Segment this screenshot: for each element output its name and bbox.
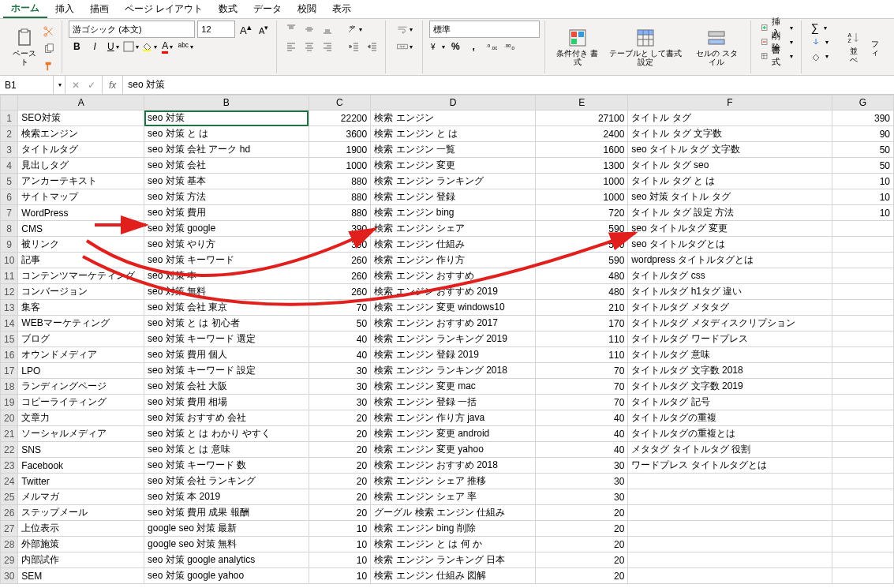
borders-button[interactable]: ▾ — [123, 39, 139, 54]
cell-A17[interactable]: LPO — [18, 363, 144, 379]
cell-D9[interactable]: 検索 エンジン 仕組み — [371, 237, 536, 253]
font-size-select[interactable] — [197, 21, 235, 38]
sort-filter-button[interactable]: AZ 並べ — [843, 21, 865, 73]
align-middle-button[interactable] — [301, 21, 317, 37]
cell-G20[interactable] — [832, 410, 893, 426]
cell-E3[interactable]: 1600 — [536, 142, 628, 158]
cell-F14[interactable]: タイトルタグ メタディスクリプション — [628, 316, 832, 331]
cell-F24[interactable] — [628, 474, 832, 489]
cell-A28[interactable]: 外部施策 — [18, 537, 144, 552]
cell-F23[interactable]: ワードプレス タイトルタグとは — [628, 458, 832, 474]
cell-C26[interactable]: 20 — [309, 505, 371, 521]
format-cells-button[interactable]: 書式▾ — [757, 49, 795, 63]
cell-E18[interactable]: 70 — [536, 379, 628, 395]
cell-F25[interactable] — [628, 489, 832, 505]
cell-A9[interactable]: 被リンク — [18, 237, 144, 253]
cell-A5[interactable]: アンカーテキスト — [18, 174, 144, 189]
format-as-table-button[interactable]: テーブルと して書式設定 — [603, 21, 687, 73]
formula-input[interactable] — [123, 76, 894, 94]
col-header-A[interactable]: A — [18, 96, 144, 110]
cell-E26[interactable]: 20 — [536, 505, 628, 521]
namebox-dropdown[interactable]: ▾ — [58, 81, 62, 88]
col-header-G[interactable]: G — [832, 96, 893, 110]
cell-C12[interactable]: 260 — [309, 284, 371, 300]
cell-C20[interactable]: 20 — [309, 410, 371, 426]
cancel-icon[interactable]: ✕ — [69, 80, 83, 91]
cell-G3[interactable]: 50 — [832, 142, 893, 158]
cell-G7[interactable]: 10 — [832, 205, 893, 221]
cell-B3[interactable]: seo 対策 会社 アーク hd — [144, 142, 309, 158]
cell-B14[interactable]: seo 対策 と は 初心者 — [144, 316, 309, 331]
cell-C19[interactable]: 30 — [309, 395, 371, 410]
cell-F1[interactable]: タイトル タグ — [628, 110, 832, 126]
align-center-button[interactable] — [301, 39, 317, 54]
cell-A20[interactable]: 文章力 — [18, 410, 144, 426]
autosum-button[interactable]: ∑▾ — [808, 21, 832, 35]
cell-G8[interactable] — [832, 221, 893, 237]
cell-B17[interactable]: seo 対策 キーワード 設定 — [144, 363, 309, 379]
decrease-font-button[interactable]: A▾ — [256, 21, 271, 37]
cell-B4[interactable]: seo 対策 会社 — [144, 158, 309, 174]
row-header-1[interactable]: 1 — [1, 110, 18, 126]
cell-D15[interactable]: 検索 エンジン ランキング 2019 — [371, 331, 536, 347]
cell-A26[interactable]: ステップメール — [18, 505, 144, 521]
cell-A25[interactable]: メルマガ — [18, 489, 144, 505]
cell-C17[interactable]: 30 — [309, 363, 371, 379]
cell-D26[interactable]: グーグル 検索 エンジン 仕組み — [371, 505, 536, 521]
menu-review[interactable]: 校閲 — [290, 1, 324, 17]
cell-A3[interactable]: タイトルタグ — [18, 142, 144, 158]
cell-B24[interactable]: seo 対策 会社 ランキング — [144, 474, 309, 489]
cell-G27[interactable] — [832, 521, 893, 537]
cell-A15[interactable]: ブログ — [18, 331, 144, 347]
cell-G4[interactable]: 50 — [832, 158, 893, 174]
cell-E21[interactable]: 40 — [536, 426, 628, 442]
cell-C8[interactable]: 390 — [309, 221, 371, 237]
cell-D21[interactable]: 検索 エンジン 変更 android — [371, 426, 536, 442]
cell-A19[interactable]: コピーライティング — [18, 395, 144, 410]
cell-G16[interactable] — [832, 347, 893, 363]
conditional-formatting-button[interactable]: 条件付き 書式 — [552, 21, 603, 73]
cell-A4[interactable]: 見出しタグ — [18, 158, 144, 174]
cell-D6[interactable]: 検索 エンジン 登録 — [371, 189, 536, 205]
cell-A30[interactable]: SEM — [18, 568, 144, 584]
cell-G17[interactable] — [832, 363, 893, 379]
cell-F30[interactable] — [628, 568, 832, 584]
cell-B22[interactable]: seo 対策 と は 意味 — [144, 442, 309, 458]
cell-G2[interactable]: 90 — [832, 126, 893, 142]
cell-G23[interactable] — [832, 458, 893, 474]
paste-button[interactable]: ペースト — [8, 21, 41, 74]
row-header-10[interactable]: 10 — [1, 253, 18, 268]
menu-home[interactable]: ホーム — [3, 0, 47, 18]
cell-C25[interactable]: 20 — [309, 489, 371, 505]
row-header-23[interactable]: 23 — [1, 458, 18, 474]
cell-E16[interactable]: 110 — [536, 347, 628, 363]
cell-B15[interactable]: seo 対策 キーワード 選定 — [144, 331, 309, 347]
cell-F4[interactable]: タイトル タグ seo — [628, 158, 832, 174]
cell-C21[interactable]: 20 — [309, 426, 371, 442]
cell-F26[interactable] — [628, 505, 832, 521]
cell-A12[interactable]: コンバージョン — [18, 284, 144, 300]
row-header-13[interactable]: 13 — [1, 300, 18, 316]
cell-F2[interactable]: タイトル タグ 文字数 — [628, 126, 832, 142]
cut-button[interactable] — [41, 24, 57, 39]
cell-E11[interactable]: 480 — [536, 268, 628, 284]
cell-A1[interactable]: SEO対策 — [18, 110, 144, 126]
font-color-button[interactable]: A▾ — [159, 39, 175, 54]
cell-C30[interactable]: 10 — [309, 568, 371, 584]
cell-D12[interactable]: 検索 エンジン おすすめ 2019 — [371, 284, 536, 300]
col-header-D[interactable]: D — [371, 96, 536, 110]
increase-decimal-button[interactable]: .0.00 — [484, 39, 499, 54]
format-painter-button[interactable] — [41, 58, 57, 74]
cell-E4[interactable]: 1300 — [536, 158, 628, 174]
row-header-22[interactable]: 22 — [1, 442, 18, 458]
menu-draw[interactable]: 描画 — [82, 1, 117, 17]
row-header-12[interactable]: 12 — [1, 284, 18, 300]
cell-F21[interactable]: タイトルタグの重複とは — [628, 426, 832, 442]
cell-D13[interactable]: 検索 エンジン 変更 windows10 — [371, 300, 536, 316]
cell-D29[interactable]: 検索 エンジン ランキング 日本 — [371, 552, 536, 568]
cell-D10[interactable]: 検索 エンジン 作り方 — [371, 253, 536, 268]
cell-E10[interactable]: 590 — [536, 253, 628, 268]
cell-D7[interactable]: 検索 エンジン bing — [371, 205, 536, 221]
cell-E9[interactable]: 590 — [536, 237, 628, 253]
cell-G9[interactable] — [832, 237, 893, 253]
